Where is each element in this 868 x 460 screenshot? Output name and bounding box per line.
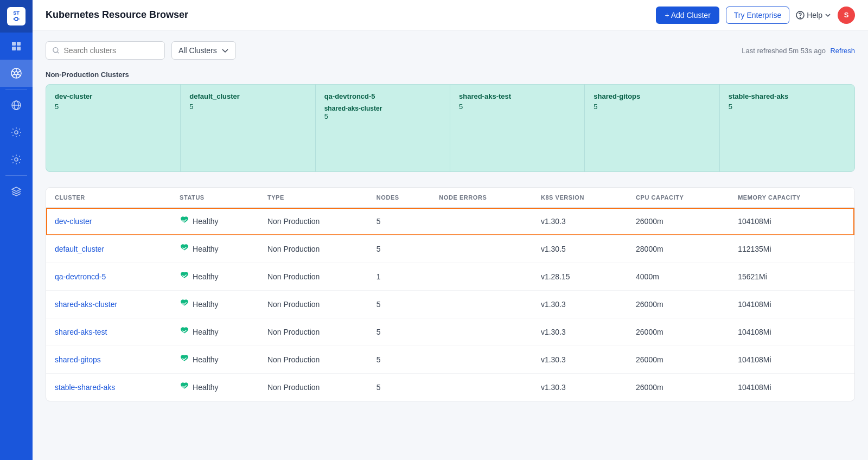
sidebar-icon-layers[interactable]	[0, 178, 33, 205]
cell-type: Non Production	[259, 318, 368, 346]
cluster-cards-grid: dev-cluster 5 default_cluster 5 qa-devtr…	[46, 84, 855, 172]
table-row[interactable]: qa-devtroncd-5 HealthyNon Production1v1.…	[46, 263, 854, 291]
col-status: STATUS	[171, 188, 259, 208]
cluster-card-shared-gitops[interactable]: shared-gitops 5	[585, 85, 719, 171]
logo-mark: ST	[7, 7, 25, 25]
table-row[interactable]: shared-aks-test HealthyNon Production5v1…	[46, 318, 854, 346]
sidebar-icon-globe[interactable]	[0, 92, 33, 119]
health-icon	[180, 298, 189, 310]
cell-cpu-capacity: 4000m	[627, 263, 729, 291]
cell-cluster[interactable]: dev-cluster	[46, 208, 171, 235]
sidebar-icon-apps[interactable]	[0, 33, 33, 60]
svg-point-23	[800, 17, 801, 18]
cell-k8s-version: v1.30.3	[532, 291, 627, 318]
cell-status: Healthy	[171, 208, 259, 235]
cell-type: Non Production	[259, 208, 368, 235]
cell-cluster[interactable]: shared-aks-test	[46, 318, 171, 346]
card-name: shared-aks-test	[459, 92, 576, 100]
sidebar-logo[interactable]: ST	[0, 0, 33, 33]
sidebar-icon-settings[interactable]	[0, 119, 33, 146]
col-cluster: CLUSTER	[46, 188, 171, 208]
sidebar: ST	[0, 0, 33, 460]
sidebar-icon-kubernetes[interactable]	[0, 60, 33, 87]
cluster-link[interactable]: stable-shared-aks	[55, 383, 115, 392]
cluster-link[interactable]: qa-devtroncd-5	[55, 272, 106, 281]
topbar-actions: + Add Cluster Try Enterprise Help S	[656, 7, 855, 24]
cell-cpu-capacity: 28000m	[627, 235, 729, 263]
filter-left: All Clusters	[46, 41, 236, 60]
svg-rect-8	[17, 47, 21, 50]
cell-memory-capacity: 15621Mi	[729, 263, 854, 291]
cluster-link[interactable]: dev-cluster	[55, 217, 92, 226]
search-box[interactable]	[46, 41, 165, 60]
cell-cpu-capacity: 26000m	[627, 208, 729, 235]
col-memory-capacity: MEMORY CAPACITY	[729, 188, 854, 208]
cluster-link[interactable]: shared-gitops	[55, 355, 101, 364]
svg-line-14	[18, 74, 21, 76]
col-k8s-version: K8S VERSION	[532, 188, 627, 208]
health-icon	[180, 354, 189, 366]
table-body: dev-cluster HealthyNon Production5v1.30.…	[46, 208, 854, 401]
cluster-link[interactable]: default_cluster	[55, 245, 104, 253]
card-name: qa-devtroncd-5	[324, 92, 441, 100]
cell-type: Non Production	[259, 374, 368, 401]
refresh-button[interactable]: Refresh	[830, 47, 855, 55]
cell-cluster[interactable]: shared-gitops	[46, 346, 171, 374]
cell-status: Healthy	[171, 235, 259, 263]
cell-memory-capacity: 104108Mi	[729, 346, 854, 374]
health-icon	[180, 271, 189, 283]
card-count: 5	[55, 103, 171, 111]
avatar[interactable]: S	[838, 7, 855, 24]
cluster-card-dev[interactable]: dev-cluster 5	[46, 85, 181, 171]
cluster-table: CLUSTER STATUS TYPE NODES NODE ERRORS K8…	[46, 188, 854, 401]
cell-k8s-version: v1.30.3	[532, 318, 627, 346]
table-row[interactable]: default_cluster HealthyNon Production5v1…	[46, 235, 854, 263]
help-label: Help	[807, 11, 822, 20]
cell-memory-capacity: 104108Mi	[729, 208, 854, 235]
cell-type: Non Production	[259, 263, 368, 291]
cluster-card-qa[interactable]: qa-devtroncd-5 shared-aks-cluster 5	[316, 85, 450, 171]
svg-rect-5	[12, 42, 16, 46]
help-button[interactable]: Help	[796, 11, 831, 20]
cell-node-errors	[430, 318, 532, 346]
add-cluster-button[interactable]: + Add Cluster	[656, 7, 719, 24]
cell-node-errors	[430, 235, 532, 263]
cluster-link[interactable]: shared-aks-cluster	[55, 300, 117, 309]
sidebar-icon-config[interactable]	[0, 146, 33, 173]
table-row[interactable]: stable-shared-aks HealthyNon Production5…	[46, 374, 854, 401]
col-type: TYPE	[259, 188, 368, 208]
cell-cluster[interactable]: stable-shared-aks	[46, 374, 171, 401]
cell-k8s-version: v1.30.3	[532, 374, 627, 401]
cell-memory-capacity: 104108Mi	[729, 318, 854, 346]
cell-cluster[interactable]: default_cluster	[46, 235, 171, 263]
cell-status: Healthy	[171, 318, 259, 346]
cell-cpu-capacity: 26000m	[627, 374, 729, 401]
col-nodes: NODES	[368, 188, 431, 208]
cluster-card-stable-shared-aks[interactable]: stable-shared-aks 5	[720, 85, 854, 171]
try-enterprise-button[interactable]: Try Enterprise	[726, 7, 789, 24]
cluster-link[interactable]: shared-aks-test	[55, 328, 107, 336]
svg-line-13	[12, 71, 15, 73]
health-icon	[180, 326, 189, 338]
refresh-info: Last refreshed 5m 53s ago	[742, 47, 826, 55]
filter-bar: All Clusters Last refreshed 5m 53s ago R…	[46, 41, 855, 60]
cell-status: Healthy	[171, 374, 259, 401]
cell-type: Non Production	[259, 346, 368, 374]
cluster-card-default[interactable]: default_cluster 5	[181, 85, 315, 171]
main-content: Kubernetes Resource Browser + Add Cluste…	[33, 0, 868, 460]
cell-cluster[interactable]: shared-aks-cluster	[46, 291, 171, 318]
table-row[interactable]: shared-gitops HealthyNon Production5v1.3…	[46, 346, 854, 374]
cluster-card-shared-aks-test[interactable]: shared-aks-test 5	[450, 85, 585, 171]
cell-cpu-capacity: 26000m	[627, 318, 729, 346]
svg-point-21	[15, 158, 18, 161]
card-name: default_cluster	[189, 92, 306, 100]
card-count: 5	[593, 103, 710, 111]
cell-cluster[interactable]: qa-devtroncd-5	[46, 263, 171, 291]
table-row[interactable]: dev-cluster HealthyNon Production5v1.30.…	[46, 208, 854, 235]
cell-status: Healthy	[171, 291, 259, 318]
cell-cpu-capacity: 26000m	[627, 346, 729, 374]
cluster-filter-dropdown[interactable]: All Clusters	[171, 41, 236, 60]
table-row[interactable]: shared-aks-cluster HealthyNon Production…	[46, 291, 854, 318]
svg-rect-7	[12, 47, 16, 50]
search-input[interactable]	[64, 46, 158, 55]
